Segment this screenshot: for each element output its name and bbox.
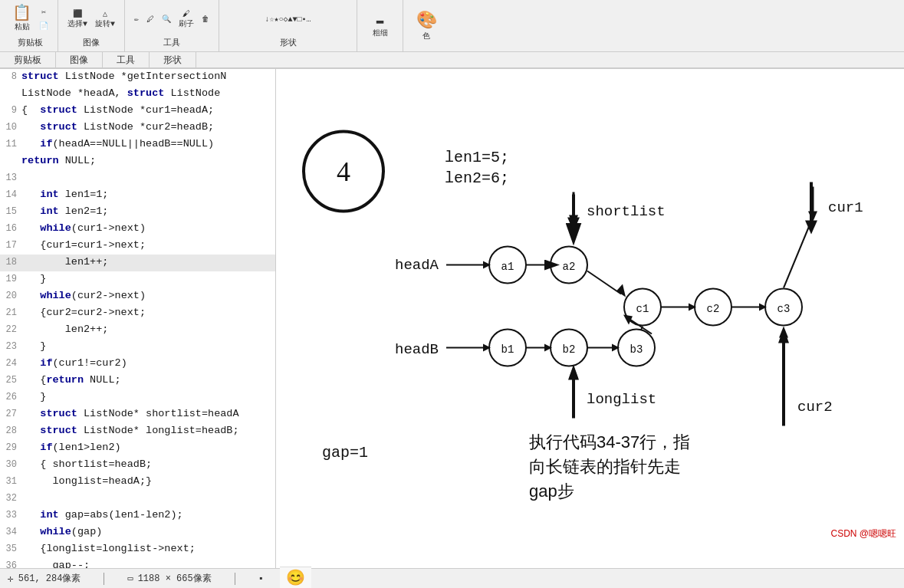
tab-image[interactable]: 图像 [56,52,103,67]
node-c2-label: c2 [707,303,720,315]
line-num-33: 33 [0,508,21,523]
line-content-21: {cur2=cur2->next; [21,305,275,321]
line-num-29: 29 [0,440,21,455]
code-line-8: 8 struct ListNode *getIntersectionN [0,69,275,86]
emoji-bar: 😊 [280,567,311,588]
line-num-17: 17 [0,238,21,253]
selection-size-text: 1188 × 665像素 [138,572,212,585]
line-content-11b: return NULL; [21,153,275,169]
code-panel: 8 struct ListNode *getIntersectionN List… [0,69,276,568]
color-button[interactable]: 🎨 色 [413,8,440,43]
clipboard-icons: 📋 粘贴 ✂ 📄 [9,3,51,35]
line-num-31: 31 [0,474,21,489]
status-position: ✛ 561, 284像素 [8,572,81,585]
code-line-14: 14 int len1=1; [0,187,275,204]
line-num-27: 27 [0,406,21,422]
brush-button[interactable]: 🖌 刷子 [176,8,197,31]
arrow-a2-c1-head [616,284,626,297]
rotate-icon: △ [103,9,107,18]
line-content-14: int len1=1; [21,187,275,203]
color-label: 色 [422,31,430,41]
desc-line3: gap步 [529,481,574,501]
thickness-icons: ▬ 粗细 [370,3,391,48]
line-num-25: 25 [0,373,21,388]
line-num-10: 10 [0,120,21,135]
canvas-icon: ▪ [258,573,264,584]
arrow-down-button[interactable]: ↓☆★○◇▲▼□▪… [262,13,314,25]
line-content-9: { struct ListNode *cur1=headA; [21,103,275,119]
node-a2-label: a2 [563,261,576,273]
toolbar-group-clipboard: 📋 粘贴 ✂ 📄 剪贴板 [3,0,58,51]
code-line-25: 25 {return NULL; [0,373,275,389]
cut-button[interactable]: ✂ [36,6,51,18]
code-line-36: 36 gap--; [0,558,275,568]
line-num-15: 15 [0,204,21,219]
line-num-34: 34 [0,524,21,540]
line-num-35: 35 [0,541,21,557]
line-num-19: 19 [0,271,21,287]
code-line-34: 34 while(gap) [0,524,275,541]
line-content-31: longlist=headA;} [21,474,275,490]
tab-shapes[interactable]: 形状 [150,52,196,67]
toolbar-group-color: 🎨 色 [403,0,449,51]
line-content-10: struct ListNode *cur2=headB; [21,120,275,136]
select-button[interactable]: ⬛ 选择▼ [64,8,90,31]
eraser-button[interactable]: 🗑 [199,13,212,25]
thickness-label: 粗细 [373,28,388,38]
code-line-31: 31 longlist=headA;} [0,474,275,491]
line-content-28: struct ListNode* longlist=headB; [21,423,275,439]
code-line-27: 27 struct ListNode* shortlist=headA [0,406,275,423]
line-content-8: struct ListNode *getIntersectionN [21,69,275,85]
code-line-8b: ListNode *headA, struct ListNode [0,86,275,103]
toolbar: 📋 粘贴 ✂ 📄 剪贴板 ⬛ 选择▼ △ 旋转▼ 图像 ✏ 🖊 🔍 [0,0,904,52]
toolbar-group-tools: ✏ 🖊 🔍 🖌 刷子 🗑 工具 [125,0,219,51]
line-content-30: { shortlist=headB; [21,457,275,473]
pen-button[interactable]: 🖊 [143,13,157,25]
rotate-label: 旋转▼ [95,18,115,29]
cur1-label: cur1 [828,199,863,216]
node-c1-label: c1 [636,303,649,315]
zoom-button[interactable]: 🔍 [159,13,174,25]
copy-button[interactable]: 📄 [36,20,51,32]
gap-label: gap=1 [322,444,368,462]
tools-label: 工具 [163,35,180,48]
status-sep-1 [104,573,104,585]
watermark: CSDN @嗯嗯旺 [830,527,896,540]
line-num-23: 23 [0,339,21,354]
line-num-36: 36 [0,558,21,568]
code-line-11b: return NULL; [0,153,275,170]
line-content-17: {cur1=cur1->next; [21,238,275,254]
tab-clipboard[interactable]: 剪贴板 [0,52,56,67]
line-num-9: 9 [0,103,21,118]
line-content-36: gap--; [21,558,275,568]
code-line-11: 11 if(headA==NULL||headB==NULL) [0,136,275,153]
image-label: 图像 [83,35,100,48]
line-num-21: 21 [0,305,21,320]
line-content-25: {return NULL; [21,373,275,389]
line-num-11b [0,153,21,154]
status-canvas: ▪ [258,573,264,584]
paste-button[interactable]: 📋 粘贴 [9,5,35,34]
code-line-22: 22 len2++; [0,322,275,339]
number-4-text: 4 [337,156,350,187]
line-content-23: } [21,339,275,355]
line-num-30: 30 [0,457,21,472]
pencil-button[interactable]: ✏ [131,13,142,25]
code-line-24: 24 if(cur1!=cur2) [0,356,275,373]
code-line-19: 19 } [0,271,275,288]
line-content-24: if(cur1!=cur2) [21,356,275,372]
paste-icon: 📋 [12,6,31,21]
toolbar-group-thickness: ▬ 粗细 [357,0,403,51]
code-line-20: 20 while(cur2->next) [0,288,275,305]
code-line-16: 16 while(cur1->next) [0,221,275,238]
rotate-button[interactable]: △ 旋转▼ [92,8,118,31]
toolbar-group-shapes: ↓☆★○◇▲▼□▪… 形状 [219,0,357,51]
code-line-35: 35 {longlist=longlist->next; [0,541,275,558]
code-line-23: 23 } [0,339,275,356]
line-content-27: struct ListNode* shortlist=headA [21,406,275,422]
tab-tools[interactable]: 工具 [103,52,150,67]
line-content-16: while(cur1->next) [21,221,275,237]
line-content-34: while(gap) [21,524,275,540]
thickness-button[interactable]: ▬ 粗细 [370,12,391,40]
line-content-8b: ListNode *headA, struct ListNode [21,86,275,102]
